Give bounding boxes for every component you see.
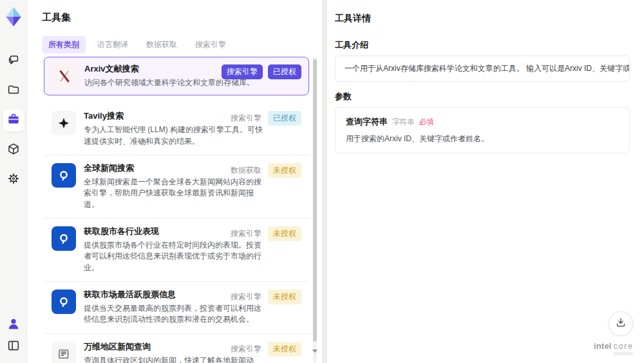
tab-data-fetch[interactable]: 数据获取: [140, 36, 184, 54]
param-item: 查询字符串 字符串 必填 用于搜索的Arxiv ID、关键字或作者姓名。: [335, 107, 630, 153]
category-tabs: 所有类别 语言翻译 数据获取 搜索引擎: [42, 36, 232, 54]
sidebar-bottom: [5, 317, 22, 355]
download-button[interactable]: [609, 311, 633, 336]
tool-status-badge: 未授权: [268, 163, 301, 178]
tool-status-badge: 未授权: [268, 226, 301, 241]
app-logo-diamond-icon: [4, 5, 23, 28]
tool-category-badge: 搜索引擎: [222, 64, 263, 79]
collapse-panel-icon: [6, 338, 21, 355]
param-description: 用于搜索的Arxiv ID、关键字或作者姓名。: [346, 133, 619, 144]
tool-card-stock-sectors[interactable]: 获取股市各行业表现 提供股票市场各个行业在特定时间段内的表现。投资者可以利用这些…: [44, 219, 309, 282]
tab-all-categories[interactable]: 所有类别: [42, 36, 86, 54]
intel-core-logo: intel core: [594, 341, 634, 355]
tool-list-panel: 工具集 所有类别 语言翻译 数据获取 搜索引擎 Arxiv文献搜索 访问各个研究…: [27, 0, 322, 363]
tab-search-engine[interactable]: 搜索引擎: [189, 36, 232, 54]
param-required-label: 必填: [419, 117, 434, 127]
sidebar-item-chat[interactable]: [3, 50, 24, 72]
tool-card-active-stocks[interactable]: 获取市场最活跃股票信息 提供当天交易量最高的股票列表，投资者可以利用这些信息来识…: [44, 282, 309, 334]
sidebar-item-tools[interactable]: [3, 110, 24, 132]
tool-card-tavily[interactable]: Tavily搜索 专为人工智能代理 (LLM) 构建的搜索引擎工具。可快速提供实…: [44, 103, 309, 155]
tool-status-badge: 已授权: [268, 111, 301, 126]
stock-sector-app-icon: [52, 226, 76, 251]
param-name: 查询字符串: [346, 116, 388, 128]
user-avatar-icon: [6, 317, 21, 334]
panel-divider: [322, 0, 327, 363]
global-news-app-icon: [52, 163, 76, 188]
page-title: 工具集: [42, 12, 71, 24]
list-scrollbar[interactable]: [313, 57, 317, 363]
tool-card-global-news[interactable]: 全球新闻搜索 全球新闻搜索是一个聚合全球各大新闻网站内容的搜索引擎，帮助用户快速…: [44, 155, 309, 219]
sidebar-item-packages[interactable]: [3, 139, 24, 161]
regional-news-icon: [52, 342, 76, 363]
tool-card-regional-news[interactable]: 万维地区新闻查询 查询具体行政区划内的新闻，快速了解各地新闻动 搜索引擎 未授权: [44, 334, 309, 363]
tool-category-label: 搜索引擎: [231, 344, 261, 355]
sidebar-item-files[interactable]: [3, 80, 24, 102]
tool-card-arxiv[interactable]: Arxiv文献搜索 访问各个研究领域大量科学论文和文章的存储库。 搜索引擎 已授…: [44, 57, 309, 95]
tool-category-label: 搜索引擎: [231, 113, 261, 124]
detail-title: 工具详情: [335, 13, 371, 25]
toolbox-icon: [6, 112, 21, 129]
package-icon: [6, 142, 21, 159]
params-heading: 参数: [335, 91, 352, 103]
sidebar-nav: [3, 50, 24, 191]
tool-status-badge: 未授权: [268, 342, 301, 357]
tool-category-label: 搜索引擎: [231, 291, 261, 302]
tool-detail-panel: 工具详情 工具介绍 一个用于从Arxiv存储库搜索科学论文和文章的工具。 输入可…: [327, 0, 644, 363]
tool-intro-text: 一个用于从Arxiv存储库搜索科学论文和文章的工具。 输入可以是Arxiv ID…: [335, 55, 630, 82]
left-sidebar: [0, 0, 27, 363]
sidebar-item-settings[interactable]: [3, 169, 24, 191]
arxiv-chi-icon: [52, 64, 77, 88]
tool-category-label: 数据获取: [231, 165, 261, 176]
active-stocks-app-icon: [52, 289, 76, 314]
scrollbar-thumb[interactable]: [313, 59, 317, 342]
settings-gear-icon: [6, 172, 21, 188]
sidebar-collapse-button[interactable]: [5, 338, 22, 355]
brand-intel-text: intel: [594, 341, 612, 351]
brand-core-text: core: [614, 342, 634, 351]
tool-status-badge: 已授权: [268, 64, 301, 79]
tool-category-label: 搜索引擎: [231, 228, 261, 239]
tool-description: 专为人工智能代理 (LLM) 构建的搜索引擎工具。可快速提供实时、准确和真实的结…: [84, 124, 264, 147]
tool-description: 提供股票市场各个行业在特定时间段内的表现。投资者可以利用这些信息来识别表现优于或…: [84, 240, 264, 273]
scroll-down-arrow-icon: [312, 349, 317, 353]
folder-icon: [6, 83, 21, 99]
tavily-star-icon: [52, 111, 76, 135]
chat-icon: [6, 53, 21, 70]
tool-description: 全球新闻搜索是一个聚合全球各大新闻网站内容的搜索引擎，帮助用户快速获取全球最新资…: [84, 177, 264, 210]
intro-heading: 工具介绍: [335, 39, 368, 51]
brand-sub-mark: [613, 352, 634, 355]
param-type: 字符串: [392, 117, 415, 127]
tab-language-translation[interactable]: 语言翻译: [91, 36, 135, 54]
tool-description: 提供当天交易量最高的股票列表，投资者可以利用这些信息来识别流动性强的股票和潜在的…: [84, 303, 264, 326]
tool-status-badge: 未授权: [268, 289, 301, 304]
download-icon: [614, 316, 627, 331]
tool-card-list: Arxiv文献搜索 访问各个研究领域大量科学论文和文章的存储库。 搜索引擎 已授…: [44, 57, 309, 363]
sidebar-item-user[interactable]: [5, 317, 22, 334]
